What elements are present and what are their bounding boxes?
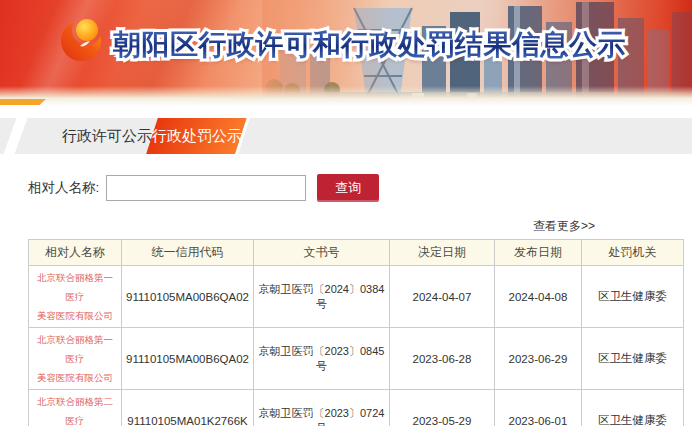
doc-number-cell: 京朝卫医罚〔2023〕0724号 <box>254 390 390 426</box>
party-name-line2: 美容医院有限公司 <box>33 368 117 387</box>
party-name-line1: 北京联合丽格第一医疗 <box>33 268 117 306</box>
table-header-row: 相对人名称 统一信用代码 文书号 决定日期 发布日期 处罚机关 <box>29 240 684 266</box>
page-title-text: 朝阳区行政许可和行政处罚结果信息公示 <box>113 26 626 64</box>
penalty-results-table: 相对人名称 统一信用代码 文书号 决定日期 发布日期 处罚机关 北京联合丽格第一… <box>28 239 684 426</box>
tab-administrative-penalty[interactable]: 行政处罚公示 <box>146 118 250 154</box>
publish-date-cell: 2024-04-08 <box>495 266 582 328</box>
decision-date-cell: 2024-04-07 <box>390 266 495 328</box>
phoenix-flame-logo-icon <box>60 15 106 63</box>
authority-cell: 区卫生健康委 <box>582 266 684 328</box>
credit-code-cell: 91110105MA00B6QA02 <box>122 328 254 390</box>
party-name-line1: 北京联合丽格第二医疗 <box>33 392 117 426</box>
col-header-publish-date: 发布日期 <box>495 240 582 266</box>
credit-code-cell: 91110105MA01K2766K <box>122 390 254 426</box>
table-row: 北京联合丽格第一医疗 美容医院有限公司 91110105MA00B6QA02 京… <box>29 328 684 390</box>
authority-cell: 区卫生健康委 <box>582 328 684 390</box>
publish-date-cell: 2023-06-01 <box>495 390 582 426</box>
credit-code-cell: 91110105MA00B6QA02 <box>122 266 254 328</box>
party-name-input[interactable] <box>106 175 306 201</box>
col-header-party-name: 相对人名称 <box>29 240 122 266</box>
accent-strip <box>0 98 692 106</box>
header-banner: 朝阳区行政许可和行政处罚结果信息公示 朝阳区行政许可和行政处罚结果信息公示 <box>0 0 692 98</box>
table-row: 北京联合丽格第一医疗 美容医院有限公司 91110105MA00B6QA02 京… <box>29 266 684 328</box>
party-name-line2: 美容医院有限公司 <box>33 306 117 325</box>
view-more-row: 查看更多>> <box>28 216 683 235</box>
decision-date-cell: 2023-05-29 <box>390 390 495 426</box>
banner-bottom-fade <box>0 86 692 98</box>
col-header-credit-code: 统一信用代码 <box>122 240 254 266</box>
publish-date-cell: 2023-06-29 <box>495 328 582 390</box>
search-bar: 相对人名称: 查询 <box>28 174 692 202</box>
party-name-link[interactable]: 北京联合丽格第一医疗 美容医院有限公司 <box>29 266 122 328</box>
tab-administrative-licensing[interactable]: 行政许可公示 <box>62 118 152 154</box>
party-name-line1: 北京联合丽格第一医疗 <box>33 330 117 368</box>
table-row: 北京联合丽格第二医疗 美容医院有限公司 91110105MA01K2766K 京… <box>29 390 684 426</box>
col-header-decision-date: 决定日期 <box>390 240 495 266</box>
decision-date-cell: 2023-06-28 <box>390 328 495 390</box>
col-header-doc-number: 文书号 <box>254 240 390 266</box>
doc-number-cell: 京朝卫医罚〔2023〕0845号 <box>254 328 390 390</box>
tab-administrative-penalty-label: 行政处罚公示 <box>152 118 241 154</box>
doc-number-cell: 京朝卫医罚〔2024〕0384号 <box>254 266 390 328</box>
party-name-label: 相对人名称: <box>28 179 99 197</box>
query-button[interactable]: 查询 <box>317 174 379 202</box>
tabbar-diagonal-notch <box>3 118 27 154</box>
view-more-link[interactable]: 查看更多>> <box>533 219 595 233</box>
party-name-link[interactable]: 北京联合丽格第二医疗 美容医院有限公司 <box>29 390 122 426</box>
tab-bar: 行政许可公示 行政处罚公示 <box>0 118 692 154</box>
party-name-link[interactable]: 北京联合丽格第一医疗 美容医院有限公司 <box>29 328 122 390</box>
authority-cell: 区卫生健康委 <box>582 390 684 426</box>
orange-accent-bar <box>0 99 46 105</box>
col-header-authority: 处罚机关 <box>582 240 684 266</box>
